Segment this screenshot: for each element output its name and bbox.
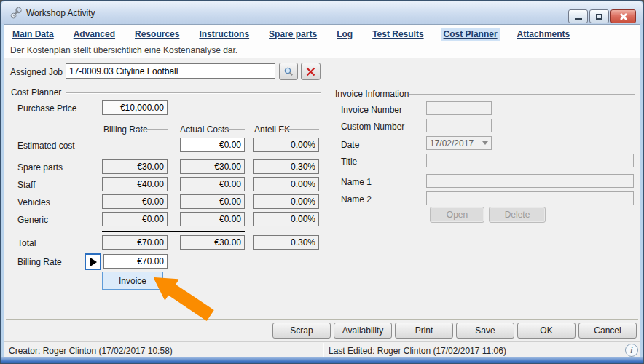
maximize-icon [596, 14, 602, 20]
actual-field: €0.00 [180, 212, 245, 226]
column-header-anteil-ek: Anteil EK [254, 124, 290, 135]
billing-field: €30.00 [102, 159, 168, 174]
date-combobox: 17/02/2017 [426, 136, 492, 150]
delete-invoice-button: Delete [489, 207, 546, 223]
total-separator-line [102, 229, 245, 232]
purchase-price-label: Purchase Price [17, 103, 76, 114]
availability-button[interactable]: Availability [334, 323, 392, 339]
row-label: Generic [17, 215, 48, 225]
minimize-button[interactable] [568, 9, 588, 23]
maximize-button[interactable] [589, 9, 609, 23]
billing-field: €0.00 [102, 212, 168, 226]
tab-test-results[interactable]: Test Results [370, 28, 425, 41]
total-actual-field: €30.00 [180, 235, 245, 250]
purchase-price-field: €10,000.00 [102, 100, 168, 115]
close-button[interactable] [610, 9, 636, 23]
close-icon [619, 13, 628, 20]
tab-advanced[interactable]: Advanced [71, 28, 117, 41]
title-field [426, 154, 634, 167]
chevron-down-icon [482, 141, 488, 145]
title-label: Title [341, 157, 357, 167]
clear-x-icon [306, 67, 315, 76]
tab-instructions[interactable]: Instructions [197, 28, 251, 41]
invoice-info-group-label: Invoice Information [335, 89, 409, 99]
billing-rate-label: Billing Rate [17, 257, 62, 267]
print-button[interactable]: Print [395, 323, 453, 339]
actual-field: €30.00 [180, 159, 245, 174]
column-header-actual-costs: Actual Costs [180, 124, 229, 135]
search-icon [283, 66, 294, 76]
name2-label: Name 2 [341, 194, 372, 205]
billing-field: €40.00 [102, 177, 168, 191]
anteil-field: 0.30% [253, 159, 319, 174]
total-billing-field: €70.00 [102, 235, 168, 250]
actual-field: €0.00 [180, 177, 245, 191]
total-label: Total [17, 238, 36, 248]
name2-field [426, 191, 634, 205]
invoice-number-label: Invoice Number [341, 105, 402, 115]
anteil-field: 0.00% [253, 177, 319, 191]
assigned-job-label: Assigned Job [10, 67, 63, 77]
billing-header-line [139, 129, 168, 130]
estimated-anteil-field: 0.00% [253, 138, 319, 152]
estimated-actual-field[interactable]: €0.00 [180, 138, 245, 152]
status-divider [323, 343, 323, 359]
window-bottom-frame [1, 357, 643, 363]
assigned-job-field[interactable]: 17-0009.03 Cityline Football [66, 63, 275, 79]
tab-bar: Main Data Advanced Resources Instruction… [10, 28, 572, 41]
statusbar-top-line [4, 341, 640, 342]
wrench-icon [9, 7, 23, 20]
dialog-body: Main Data Advanced Resources Instruction… [4, 24, 640, 357]
billing-field: €0.00 [102, 194, 168, 209]
save-button[interactable]: Save [456, 323, 514, 339]
date-label: Date [341, 140, 359, 150]
estimated-cost-label: Estimated cost [17, 141, 75, 151]
row-label: Staff [17, 180, 35, 190]
window-title: Workshop Activity [26, 8, 95, 18]
search-job-button[interactable] [279, 63, 298, 80]
creator-status: Creator: Roger Clinton (17/02/2017 10:58… [9, 346, 173, 356]
tab-cost-planner[interactable]: Cost Planner [441, 28, 500, 41]
tab-resources[interactable]: Resources [133, 28, 181, 41]
total-anteil-field: 0.30% [253, 235, 319, 250]
invoice-number-field [426, 101, 492, 115]
tab-description: Der Kostenplan stellt übersichtlich eine… [10, 45, 237, 55]
date-value: 17/02/2017 [430, 138, 474, 149]
tab-log[interactable]: Log [334, 28, 355, 41]
anteil-field: 0.00% [253, 212, 319, 226]
scrap-button[interactable]: Scrap [272, 323, 331, 339]
tab-main-data[interactable]: Main Data [10, 28, 56, 41]
custom-number-field [426, 119, 492, 132]
workshop-activity-window: Workshop Activity Main Data Advanced Res… [0, 0, 644, 364]
clear-job-button[interactable] [301, 63, 321, 80]
invoice-info-group-line [409, 94, 635, 95]
name1-field [426, 174, 634, 188]
apply-billing-rate-button[interactable] [85, 253, 101, 270]
billing-rate-field[interactable]: €70.00 [103, 254, 168, 269]
play-arrow-icon [90, 258, 97, 266]
tab-attachments[interactable]: Attachments [515, 28, 573, 41]
open-invoice-button: Open [430, 207, 484, 223]
info-icon[interactable]: i [625, 344, 638, 357]
cancel-button[interactable]: Cancel [578, 323, 637, 339]
actual-field: €0.00 [180, 194, 245, 209]
tab-spare-parts[interactable]: Spare parts [267, 28, 319, 41]
invoice-button[interactable]: Invoice [102, 272, 163, 290]
column-header-billing-rate: Billing Rate [103, 124, 148, 135]
ok-button[interactable]: OK [517, 323, 576, 339]
titlebar: Workshop Activity [1, 1, 643, 24]
anteil-field: 0.00% [253, 194, 319, 209]
minimize-icon [575, 18, 582, 20]
footer-separator [6, 319, 638, 320]
row-label: Spare parts [17, 162, 63, 173]
anteil-header-line [281, 129, 319, 130]
cost-planner-group-line [66, 92, 321, 93]
row-label: Vehicles [17, 197, 50, 207]
custom-number-label: Custom Number [341, 122, 404, 132]
name1-label: Name 1 [341, 177, 372, 187]
cost-planner-group-label: Cost Planner [11, 87, 61, 98]
actual-header-line [222, 129, 245, 130]
window-controls [568, 9, 636, 23]
last-edited-status: Last Edited: Roger Clinton (17/02/2017 1… [329, 346, 506, 356]
